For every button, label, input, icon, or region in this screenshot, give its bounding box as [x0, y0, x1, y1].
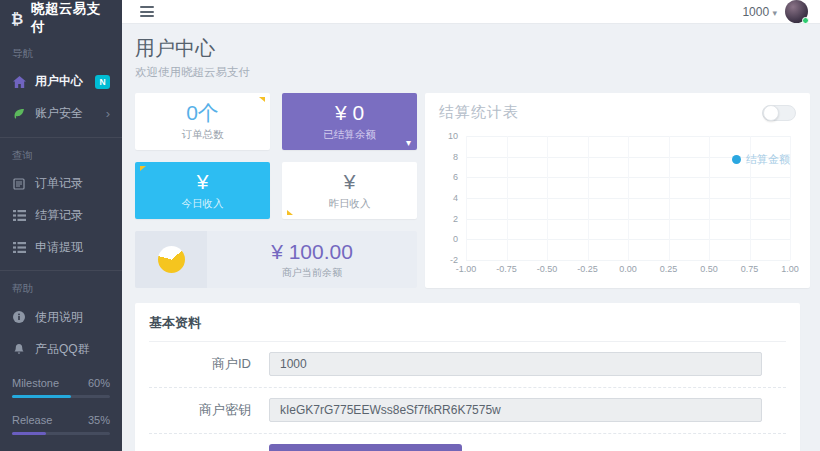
sidebar-progress: Milestone 60% Release 35% — [0, 365, 122, 451]
sidebar-item-label: 产品QQ群 — [35, 341, 90, 358]
sidebar-item-order-records[interactable]: 订单记录 — [0, 168, 122, 200]
merchant-key-label: 商户密钥 — [149, 401, 251, 419]
account-dropdown[interactable]: 1000 ▾ — [742, 5, 777, 19]
settled-balance-label: 已结算余额 — [323, 128, 376, 142]
page-subtitle: 欢迎使用晓超云易支付 — [135, 65, 810, 80]
sidebar: ₿ 晓超云易支付 导航 用户中心 N 账户安全 › 查询 订单记录 结算记录 — [0, 0, 122, 451]
x-tick-label: -1.00 — [456, 264, 477, 274]
sidebar-section-help: 帮助 — [0, 271, 122, 301]
y-tick-label: 6 — [453, 172, 458, 182]
leaf-icon — [12, 108, 26, 120]
x-tick-label: -0.25 — [577, 264, 598, 274]
sidebar-item-label: 使用说明 — [35, 309, 83, 326]
sidebar-item-usage-guide[interactable]: 使用说明 — [0, 301, 122, 333]
yesterday-income-value: ¥ — [344, 170, 356, 193]
progress-bar-milestone — [12, 395, 110, 398]
sidebar-item-label: 结算记录 — [35, 207, 83, 224]
sidebar-item-qq-group[interactable]: 产品QQ群 — [0, 333, 122, 365]
sidebar-item-label: 用户中心 — [35, 73, 83, 90]
toggle-knob — [763, 105, 779, 121]
x-tick-label: -0.75 — [496, 264, 517, 274]
sidebar-item-withdraw-request[interactable]: 申请提现 — [0, 231, 122, 263]
corner-flag-icon — [287, 210, 293, 215]
bell-icon — [12, 343, 26, 355]
sidebar-item-label: 订单记录 — [35, 175, 83, 192]
content: 用户中心 欢迎使用晓超云易支付 0个 订单总数 ¥ 0 已结算余额 ▾ — [122, 24, 820, 451]
plot-area: 1086420-2 结算金额 — [466, 136, 790, 260]
x-tick-label: 0.00 — [619, 264, 637, 274]
x-tick-label: 0.50 — [700, 264, 718, 274]
app-logo[interactable]: ₿ 晓超云易支付 — [0, 0, 122, 36]
list-icon — [12, 210, 26, 221]
account-id: 1000 — [742, 5, 769, 19]
form-row-account-binding: 账号绑定 绑定支付宝账号 一键登录到本站 — [149, 434, 786, 451]
yesterday-income-card[interactable]: ¥ 昨日收入 — [282, 162, 417, 219]
sidebar-item-label: 账户安全 — [35, 105, 83, 122]
merchant-balance-label: 商户当前余额 — [282, 266, 342, 280]
info-icon — [12, 311, 26, 323]
caret-down-icon: ▾ — [406, 137, 411, 148]
main-area: 1000 ▾ 用户中心 欢迎使用晓超云易支付 0个 订单总数 ¥ 0 — [122, 0, 820, 451]
online-status-dot — [802, 17, 809, 24]
orders-total-card[interactable]: 0个 订单总数 — [135, 93, 270, 150]
merchant-balance-card: ¥ 100.00 商户当前余额 — [135, 231, 417, 288]
chart-title: 结算统计表 — [439, 103, 519, 122]
form-row-merchant-id: 商户ID — [149, 342, 786, 388]
chart-toggle[interactable] — [762, 105, 796, 121]
today-income-label: 今日收入 — [182, 197, 224, 211]
today-income-value: ¥ — [197, 170, 209, 193]
progress-value: 60% — [88, 377, 110, 389]
yesterday-income-label: 昨日收入 — [329, 197, 371, 211]
legend-label: 结算金额 — [746, 152, 790, 167]
settled-balance-value: ¥ 0 — [335, 101, 364, 124]
basic-info-card: 基本资料 商户ID 商户密钥 账号绑定 绑定支付宝账号 一键登录到本站 — [135, 303, 800, 451]
balance-icon-box — [135, 231, 207, 288]
today-income-card[interactable]: ¥ 今日收入 — [135, 162, 270, 219]
merchant-balance-value: ¥ 100.00 — [271, 240, 353, 264]
new-badge: N — [95, 75, 110, 89]
page-title: 用户中心 — [135, 35, 810, 62]
y-tick-label: 4 — [453, 193, 458, 203]
settlement-chart-card: 结算统计表 1086420-2 结算金额 -1.00-0.75-0.50-0.2… — [425, 93, 810, 288]
sidebar-toggle-icon[interactable] — [140, 6, 154, 17]
basic-info-title: 基本资料 — [149, 314, 786, 342]
avatar[interactable] — [785, 0, 808, 23]
y-tick-label: 8 — [453, 152, 458, 162]
sidebar-item-user-center[interactable]: 用户中心 N — [0, 66, 122, 98]
bind-alipay-button[interactable]: 绑定支付宝账号 一键登录到本站 — [269, 444, 462, 451]
home-icon — [12, 76, 26, 88]
progress-bar-release — [12, 432, 110, 435]
orders-total-value: 0个 — [186, 101, 219, 124]
chart-legend[interactable]: 结算金额 — [732, 152, 790, 167]
x-tick-label: 0.75 — [741, 264, 759, 274]
x-tick-label: -0.50 — [537, 264, 558, 274]
y-tick-label: 0 — [453, 234, 458, 244]
y-tick-label: 2 — [453, 214, 458, 224]
sidebar-section-nav: 导航 — [0, 36, 122, 66]
merchant-id-label: 商户ID — [149, 355, 251, 373]
corner-flag-icon — [140, 166, 146, 171]
app-title: 晓超云易支付 — [31, 0, 111, 36]
progress-label: Release — [12, 414, 52, 426]
x-axis-labels: -1.00-0.75-0.50-0.250.000.250.500.751.00 — [466, 260, 790, 276]
x-tick-label: 1.00 — [781, 264, 799, 274]
list-icon — [12, 242, 26, 253]
bitcoin-logo-icon: ₿ — [11, 10, 24, 27]
progress-value: 35% — [88, 414, 110, 426]
corner-flag-icon — [259, 97, 265, 102]
x-tick-label: 0.25 — [660, 264, 678, 274]
merchant-id-input[interactable] — [269, 352, 762, 376]
settled-balance-card[interactable]: ¥ 0 已结算余额 ▾ — [282, 93, 417, 150]
sidebar-item-account-security[interactable]: 账户安全 › — [0, 98, 122, 130]
y-tick-label: 10 — [448, 131, 458, 141]
sidebar-item-label: 申请提现 — [35, 239, 83, 256]
sidebar-item-settlement-records[interactable]: 结算记录 — [0, 200, 122, 232]
document-icon — [12, 178, 26, 190]
merchant-key-input[interactable] — [269, 398, 762, 422]
legend-dot-icon — [732, 155, 741, 164]
y-axis-labels: 1086420-2 — [439, 136, 461, 260]
chevron-right-icon: › — [106, 107, 110, 120]
orders-total-label: 订单总数 — [182, 128, 224, 142]
form-row-merchant-key: 商户密钥 — [149, 388, 786, 434]
pie-chart-icon — [158, 246, 185, 273]
